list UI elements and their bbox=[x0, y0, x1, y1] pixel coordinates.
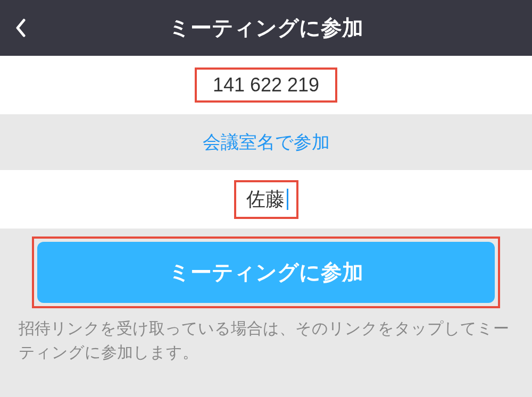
join-meeting-button[interactable]: ミーティングに参加 bbox=[37, 242, 495, 303]
name-highlight: 佐藤 bbox=[234, 180, 298, 219]
meeting-id-row[interactable]: 141 622 219 bbox=[0, 56, 532, 114]
join-by-name-link[interactable]: 会議室名で参加 bbox=[203, 130, 330, 155]
join-by-name-section: 会議室名で参加 bbox=[0, 114, 532, 170]
join-button-highlight: ミーティングに参加 bbox=[32, 236, 500, 308]
meeting-id-highlight: 141 622 219 bbox=[195, 67, 337, 103]
name-input[interactable]: 佐藤 bbox=[244, 187, 287, 213]
back-icon[interactable] bbox=[16, 19, 27, 37]
text-cursor bbox=[287, 189, 288, 210]
name-row[interactable]: 佐藤 bbox=[0, 170, 532, 229]
meeting-id-input[interactable]: 141 622 219 bbox=[213, 74, 319, 96]
button-section: ミーティングに参加 bbox=[0, 229, 532, 308]
help-text: 招待リンクを受け取っている場合は、そのリンクをタップしてミーティングに参加します… bbox=[0, 308, 532, 372]
header-bar: ミーティングに参加 bbox=[0, 0, 532, 56]
page-title: ミーティングに参加 bbox=[0, 13, 532, 43]
